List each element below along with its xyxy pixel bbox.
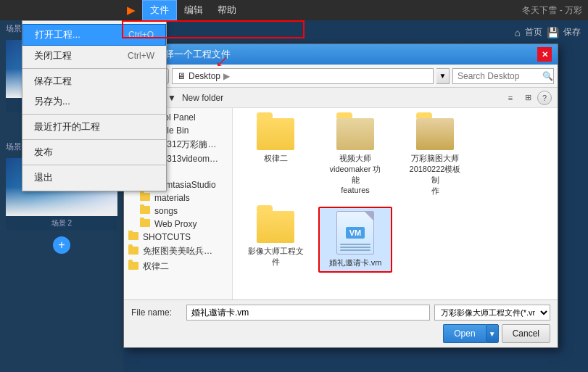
- btn-row: Open ▼ Cancel: [131, 324, 550, 343]
- search-input[interactable]: [452, 68, 554, 84]
- tree-item-materials[interactable]: materials: [124, 191, 232, 204]
- tree-item-shotcuts[interactable]: SHOTCUTS: [124, 231, 232, 244]
- tree-item-mianji[interactable]: 免抠图美美吆兵…: [124, 244, 232, 259]
- file-label-yingxiang: 影像大师工程文 件: [248, 246, 304, 268]
- view-list-btn[interactable]: ≡: [502, 91, 518, 105]
- dropdown-item-recent[interactable]: 最近打开的工程: [22, 117, 166, 137]
- cancel-button[interactable]: Cancel: [502, 324, 550, 343]
- dropdown-item-saveas[interactable]: 另存为...: [22, 91, 166, 112]
- path-display: 🖥 Desktop ▶: [172, 68, 434, 84]
- dialog-close-button[interactable]: ✕: [537, 47, 552, 62]
- save-icon: 💾: [547, 27, 559, 38]
- file-label-vm: 婚礼邀请卡.vm: [329, 257, 382, 268]
- tree-item-quanlv[interactable]: 权律二: [124, 259, 232, 274]
- dialog-titlebar: VM 请选择一个工程文件 ✕: [124, 44, 558, 65]
- path-chevron: ▶: [223, 71, 230, 81]
- dropdown-sep-3: [22, 139, 166, 140]
- help-btn[interactable]: ?: [537, 91, 552, 105]
- app-title: 冬天下雪 - 万彩: [522, 4, 582, 17]
- folder-icon-videomaster: [336, 118, 374, 150]
- filename-input[interactable]: [186, 305, 430, 321]
- path-dropdown-arrow[interactable]: ▼: [436, 68, 450, 84]
- open-main-button[interactable]: Open: [443, 324, 485, 343]
- dialog-toolbar2: Organize ▼ New folder ≡ ⊞ ?: [124, 88, 558, 108]
- filename-label: File name:: [131, 307, 182, 318]
- folder-icon-path: 🖥: [177, 71, 186, 81]
- folder-icon-quanlv: [257, 118, 294, 150]
- view-icons: ≡ ⊞ ?: [502, 91, 552, 105]
- home-btn[interactable]: 首页: [525, 26, 542, 38]
- open-arrow-button[interactable]: ▼: [486, 324, 499, 343]
- tree-item-webproxy[interactable]: Web Proxy: [124, 218, 232, 231]
- file-dialog: VM 请选择一个工程文件 ✕ ◀ ▶ 🖥 Desktop ▶ ▼ 🔍 Organ…: [123, 44, 558, 348]
- menu-bar: ▶ 文件 编辑 帮助 冬天下雪 - 万彩: [0, 0, 588, 20]
- file-item-wancai[interactable]: 万彩脑图大师 20180222模板制 作: [398, 114, 472, 201]
- file-item-videomaster[interactable]: 视频大师 videomaker 功能 features: [318, 114, 392, 201]
- file-item-vm[interactable]: VM 婚礼邀请卡.vm: [318, 207, 392, 273]
- save-btn[interactable]: 保存: [563, 26, 581, 38]
- menu-item-file[interactable]: 文件: [142, 0, 177, 20]
- folder-icon-yingxiang: [257, 211, 294, 243]
- dropdown-sep-4: [22, 165, 166, 165]
- app-logo: ▶: [127, 4, 135, 16]
- add-scene-btn-2[interactable]: +: [53, 236, 70, 254]
- open-split-btn: Open ▼: [443, 324, 498, 343]
- menu-item-help[interactable]: 帮助: [210, 1, 244, 20]
- dropdown-menu: 打开工程... Ctrl+O 关闭工程 Ctrl+W 保存工程 另存为... 最…: [22, 20, 167, 191]
- dialog-content: ⚙ Control Panel Recycle Bin 20180312万彩腩……: [124, 108, 558, 299]
- vm-file-icon: VM: [336, 211, 374, 255]
- filetype-select[interactable]: 万彩影像大师工程文件(*.vm): [434, 305, 550, 321]
- file-label-wancai: 万彩脑图大师 20180222模板制 作: [406, 153, 464, 197]
- file-label-videomaster: 视频大师 videomaker 功能 features: [326, 153, 384, 194]
- new-folder-button[interactable]: New folder: [182, 93, 223, 103]
- file-label-quanlv: 权律二: [264, 153, 288, 164]
- vm-badge: VM: [346, 227, 365, 239]
- home-icon: ⌂: [515, 27, 521, 38]
- dialog-right-panel: 权律二 视频大师 videomaker 功能 features 万彩脑图大师 2…: [233, 108, 558, 299]
- file-item-empty: [478, 114, 552, 201]
- dropdown-item-save[interactable]: 保存工程: [22, 71, 166, 91]
- dropdown-item-exit[interactable]: 退出: [22, 168, 166, 188]
- dropdown-sep-2: [22, 114, 166, 115]
- tree-item-songs[interactable]: songs: [124, 204, 232, 218]
- scene-label-2b: 场景 2: [6, 216, 117, 231]
- dropdown-item-close[interactable]: 关闭工程 Ctrl+W: [22, 46, 166, 66]
- top-right-nav: ⌂ 首页 💾 保存: [515, 26, 581, 38]
- search-icon: 🔍: [542, 71, 553, 81]
- filename-row: File name: 万彩影像大师工程文件(*.vm): [131, 305, 550, 321]
- menu-item-edit[interactable]: 编辑: [177, 1, 210, 20]
- file-item-yingxiang[interactable]: 影像大师工程文 件: [239, 207, 312, 273]
- file-item-quanlv[interactable]: 权律二: [239, 114, 312, 201]
- dialog-bottom: File name: 万彩影像大师工程文件(*.vm) Open ▼ Cance…: [124, 299, 558, 347]
- dropdown-item-publish[interactable]: 发布: [22, 142, 166, 162]
- dropdown-item-open[interactable]: 打开工程... Ctrl+O: [22, 24, 166, 46]
- dropdown-sep-1: [22, 68, 166, 69]
- folder-icon-wancai: [416, 118, 454, 150]
- dialog-toolbar: ◀ ▶ 🖥 Desktop ▶ ▼ 🔍: [124, 65, 558, 88]
- view-grid-btn[interactable]: ⊞: [520, 91, 536, 105]
